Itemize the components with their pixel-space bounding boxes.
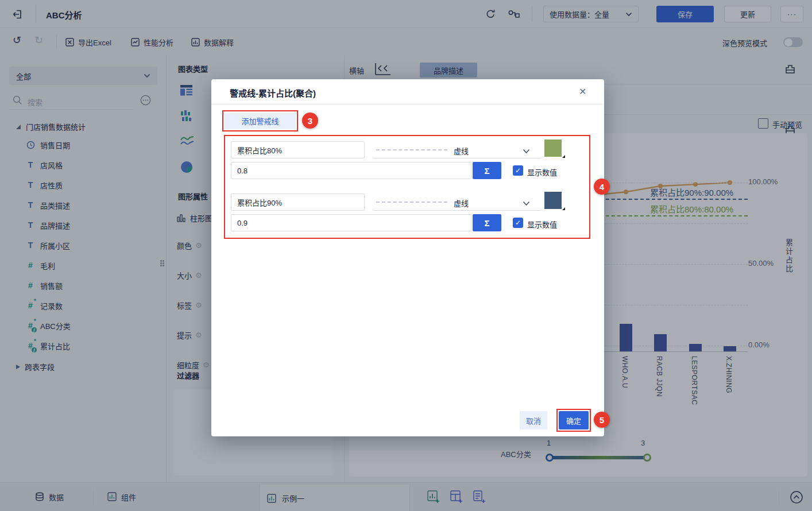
swatch-dropdown-triangle bbox=[562, 155, 565, 158]
annotation-badge-5: 5 bbox=[594, 412, 610, 428]
cancel-button[interactable]: 取消 bbox=[520, 411, 547, 429]
alert-line-row: 累积占比90%虚线0.9Σ✓显示数值 bbox=[231, 193, 590, 231]
annotation-badge-3: 3 bbox=[302, 113, 318, 129]
show-value-label: 显示数值 bbox=[527, 219, 557, 230]
show-value-label: 显示数值 bbox=[527, 167, 557, 177]
alert-name-input[interactable]: 累积占比90% bbox=[231, 193, 365, 211]
alert-line-row: 累积占比80%虚线0.8Σ✓显示数值 bbox=[231, 141, 590, 179]
line-style-preview bbox=[376, 202, 447, 203]
line-color-swatch[interactable] bbox=[544, 140, 562, 157]
alert-value-input[interactable]: 0.8 bbox=[231, 162, 471, 179]
close-icon[interactable]: ✕ bbox=[579, 86, 586, 97]
line-style-underline bbox=[373, 158, 541, 158]
annotation-badge-4: 4 bbox=[594, 179, 610, 195]
swatch-dropdown-triangle bbox=[562, 207, 565, 210]
add-alert-line-button[interactable]: 添加警戒线 bbox=[225, 113, 296, 129]
line-style-preview bbox=[376, 149, 447, 150]
show-value-checkbox[interactable]: ✓ bbox=[513, 165, 523, 176]
dialog-title: 警戒线-累计占比(聚合) bbox=[230, 87, 316, 99]
alert-name-input[interactable]: 累积占比80% bbox=[231, 141, 365, 158]
confirm-button[interactable]: 确定 bbox=[559, 411, 589, 429]
alert-value-input[interactable]: 0.9 bbox=[231, 214, 471, 231]
line-color-swatch[interactable] bbox=[544, 192, 562, 209]
aggregate-sigma-button[interactable]: Σ bbox=[473, 214, 501, 231]
line-style-value[interactable]: 虚线 bbox=[454, 145, 469, 156]
show-value-checkbox[interactable]: ✓ bbox=[513, 218, 523, 228]
chevron-down-icon[interactable] bbox=[523, 199, 530, 208]
aggregate-sigma-button[interactable]: Σ bbox=[473, 162, 501, 179]
line-style-value[interactable]: 虚线 bbox=[454, 198, 469, 208]
chevron-down-icon[interactable] bbox=[523, 147, 530, 156]
dialog-header: 警戒线-累计占比(聚合) ✕ bbox=[211, 79, 604, 104]
alert-line-dialog: 警戒线-累计占比(聚合) ✕ 添加警戒线 累积占比80%虚线0.8Σ✓显示数值累… bbox=[211, 79, 604, 436]
line-style-underline bbox=[373, 210, 541, 211]
